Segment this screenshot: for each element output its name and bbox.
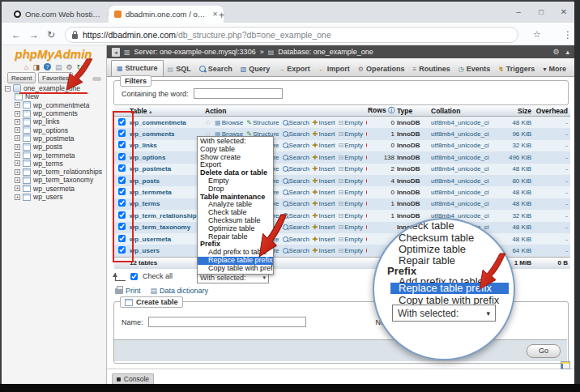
collation[interactable]: utf8mb4_unicode_ci <box>431 200 505 207</box>
table-name[interactable]: wp_postmeta <box>33 134 75 143</box>
menu-item[interactable]: Export <box>198 161 273 169</box>
collation[interactable]: utf8mb4_unicode_ci <box>431 119 505 126</box>
print-link[interactable]: Print <box>115 287 141 295</box>
expand-icon[interactable]: + <box>15 144 20 150</box>
check-all-label[interactable]: Check all <box>143 272 173 280</box>
search-link[interactable]: Search <box>283 200 309 207</box>
table-name[interactable]: wp_terms <box>33 160 63 168</box>
check-all-checkbox[interactable] <box>130 273 138 280</box>
menu-item[interactable]: Show create <box>198 154 273 162</box>
empty-link[interactable]: ⊟Empty <box>339 119 363 126</box>
insert-link[interactable]: ✚Insert <box>313 200 335 207</box>
search-link[interactable]: Search <box>283 165 309 173</box>
engine-type[interactable]: InnoDB <box>397 142 431 149</box>
table-name[interactable]: wp_links <box>33 117 60 126</box>
search-link[interactable]: Search <box>283 119 309 126</box>
tree-table-item[interactable]: + wp_postmeta <box>15 134 104 143</box>
table-name[interactable]: wp_comments <box>33 109 78 117</box>
table-name[interactable]: wp_users <box>33 193 62 201</box>
menu-item[interactable]: Copy table <box>198 146 273 154</box>
table-name-link[interactable]: wp_terms <box>130 200 205 207</box>
search-link[interactable]: Search <box>283 177 309 185</box>
empty-link[interactable]: ⊟Empty <box>339 247 363 254</box>
empty-link[interactable]: ⊟Empty <box>339 177 363 185</box>
collation[interactable]: utf8mb4_unicode_ci <box>431 142 505 149</box>
expand-icon[interactable]: + <box>15 111 20 117</box>
insert-link[interactable]: ✚Insert <box>313 142 335 149</box>
table-name[interactable]: wp_usermeta <box>33 185 75 193</box>
breadcrumb-server[interactable]: Server: one-example-one.mysql:3306 <box>134 48 256 56</box>
collation[interactable]: utf8mb4_unicode_ci <box>431 165 505 173</box>
table-name[interactable]: wp_termmeta <box>33 151 75 160</box>
search-link[interactable]: Search <box>283 154 309 161</box>
collapse-panel-icon[interactable]: ◂ <box>112 48 120 57</box>
engine-type[interactable]: InnoDB <box>397 212 431 219</box>
browser-tab-one-com[interactable]: One.com Web hosting - Doma ✕ <box>8 6 118 23</box>
insert-link[interactable]: ✚Insert <box>313 212 335 219</box>
collation[interactable]: utf8mb4_unicode_ci <box>431 189 505 196</box>
table-name[interactable]: wp_commentmeta <box>33 101 89 109</box>
close-button[interactable]: ✕ <box>556 7 572 16</box>
browser-tab-phpmyadmin[interactable]: dbadmin.one.com / one-example ✕ <box>109 6 224 23</box>
expand-icon[interactable]: + <box>15 127 20 133</box>
insert-link[interactable]: ✚Insert <box>313 130 335 138</box>
col-size[interactable]: Size <box>505 107 534 115</box>
collapse-icon[interactable]: − <box>5 86 11 92</box>
engine-type[interactable]: InnoDB <box>397 200 431 207</box>
engine-type[interactable]: InnoDB <box>397 165 431 173</box>
menu-item[interactable]: With selected: <box>198 138 273 146</box>
drop-link[interactable]: Drop <box>366 236 367 243</box>
help-circle-icon[interactable]: ⓘ <box>388 107 394 114</box>
expand-icon[interactable]: + <box>15 102 20 108</box>
collation[interactable]: utf8mb4_unicode_ci <box>431 177 505 185</box>
console-tab[interactable]: Console <box>112 373 154 384</box>
table-name[interactable]: wp_options <box>33 126 68 134</box>
home-icon[interactable]: ⌂ <box>24 63 28 71</box>
insert-link[interactable]: ✚Insert <box>313 177 335 185</box>
engine-type[interactable]: InnoDB <box>397 119 431 126</box>
back-icon[interactable]: ← <box>11 29 21 40</box>
menu-item[interactable]: Copy table with prefix <box>198 265 273 273</box>
new-tab-button[interactable]: + <box>219 10 224 21</box>
browse-link[interactable]: ▦Browse <box>215 119 243 126</box>
expand-icon[interactable]: + <box>15 185 20 191</box>
tab-import[interactable]: ← Import <box>314 62 354 76</box>
data-dictionary-link[interactable]: ▤Data dictionary <box>151 287 209 295</box>
minimize-button[interactable]: – <box>510 7 527 16</box>
tab-routines[interactable]: ≡ Routines <box>408 62 454 76</box>
insert-link[interactable]: ✚Insert <box>313 247 335 254</box>
empty-link[interactable]: ⊟Empty <box>339 212 363 219</box>
menu-item[interactable]: Empty <box>198 177 273 185</box>
tab-more[interactable]: ▾ More <box>539 62 570 76</box>
tab-search[interactable]: Search <box>195 62 237 76</box>
table-name-link[interactable]: wp_term_taxonomy <box>130 224 205 231</box>
collation[interactable]: utf8mb4_unicode_ci <box>431 130 505 138</box>
exit-icon[interactable]: ◨ <box>32 63 40 71</box>
table-name-link[interactable]: wp_termmeta <box>130 189 205 196</box>
engine-type[interactable]: InnoDB <box>397 177 431 185</box>
insert-link[interactable]: ✚Insert <box>313 165 335 173</box>
help-icon[interactable]: ? <box>44 63 51 70</box>
search-link[interactable]: Search <box>283 189 309 196</box>
tab-sql[interactable]: ▤ SQL <box>164 62 195 76</box>
tree-table-item[interactable]: + wp_comments <box>15 109 104 117</box>
search-link[interactable]: Search <box>283 130 309 138</box>
breadcrumb-database[interactable]: Database: one_example_one <box>278 48 373 56</box>
collation[interactable]: utf8mb4_unicode_ci <box>431 154 505 161</box>
empty-link[interactable]: ⊟Empty <box>339 224 363 231</box>
table-name-link[interactable]: wp_users <box>130 247 205 254</box>
expand-icon[interactable]: + <box>15 194 20 200</box>
expand-icon[interactable]: + <box>15 169 20 175</box>
insert-link[interactable]: ✚Insert <box>313 154 335 161</box>
engine-type[interactable]: InnoDB <box>397 189 431 196</box>
tab-structure[interactable]: ▦ Structure <box>111 60 164 76</box>
structure-link[interactable]: ✎Structure <box>246 119 279 126</box>
table-name-link[interactable]: wp_posts <box>130 177 205 185</box>
menu-item[interactable]: Analyze table <box>198 201 273 209</box>
empty-link[interactable]: ⊟Empty <box>339 130 363 138</box>
menu-item[interactable]: Drop <box>198 185 273 194</box>
go-button[interactable]: Go <box>527 344 561 358</box>
table-name-link[interactable]: wp_links <box>130 142 205 149</box>
tree-table-item[interactable]: + wp_options <box>15 126 104 134</box>
table-name-link[interactable]: wp_term_relationships <box>130 212 205 219</box>
